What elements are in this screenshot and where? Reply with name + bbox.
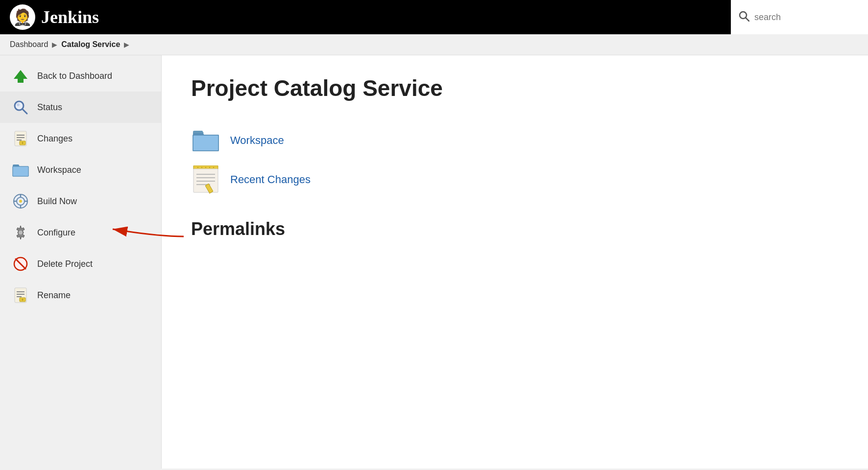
sidebar-item-rename[interactable]: Rename — [0, 280, 161, 311]
sidebar-label-build-now: Build Now — [37, 196, 77, 207]
sidebar: Back to Dashboard Status — [0, 55, 162, 469]
sidebar-item-delete-project[interactable]: Delete Project — [0, 248, 161, 280]
sidebar-label-status: Status — [37, 102, 62, 113]
svg-marker-46 — [206, 193, 211, 194]
sidebar-item-workspace[interactable]: Workspace — [0, 154, 161, 186]
sidebar-item-build-now[interactable]: Build Now — [0, 186, 161, 217]
rename-icon — [12, 286, 29, 304]
breadcrumb-dashboard[interactable]: Dashboard — [10, 40, 48, 49]
app-header: 🤵 Jenkins — [0, 0, 868, 34]
app-logo[interactable]: 🤵 Jenkins — [10, 4, 99, 30]
app-title: Jenkins — [41, 7, 99, 27]
sidebar-item-status[interactable]: Status — [0, 92, 161, 123]
breadcrumb-separator-1: ▶ — [52, 41, 57, 48]
jenkins-logo-icon: 🤵 — [10, 4, 35, 30]
permalinks-title: Permalinks — [191, 219, 839, 239]
search-icon — [739, 11, 749, 24]
sidebar-item-back-to-dashboard[interactable]: Back to Dashboard — [0, 60, 161, 92]
workspace-link[interactable]: Workspace — [191, 126, 839, 155]
page-title: Project Catalog Service — [191, 75, 839, 101]
svg-line-4 — [23, 109, 27, 114]
workspace-link-label: Workspace — [230, 134, 284, 147]
changes-icon — [12, 130, 29, 147]
magnifier-icon — [12, 98, 29, 116]
sidebar-label-changes: Changes — [37, 134, 72, 144]
breadcrumb: Dashboard ▶ Catalog Service ▶ — [0, 34, 868, 55]
svg-marker-2 — [14, 70, 27, 83]
gear-icon — [12, 224, 29, 241]
svg-line-1 — [746, 18, 749, 21]
up-arrow-icon — [12, 67, 29, 85]
main-content: Project Catalog Service Workspace — [162, 55, 868, 469]
search-input[interactable] — [754, 12, 860, 23]
svg-rect-40 — [193, 169, 218, 192]
svg-point-5 — [17, 103, 20, 106]
sidebar-label-rename: Rename — [37, 290, 71, 301]
search-box[interactable] — [731, 0, 868, 34]
breadcrumb-catalog-service[interactable]: Catalog Service — [61, 40, 120, 49]
sidebar-label-back-to-dashboard: Back to Dashboard — [37, 71, 112, 81]
sidebar-item-changes[interactable]: Changes — [0, 123, 161, 154]
no-symbol-icon — [12, 255, 29, 273]
workspace-folder-icon — [191, 126, 220, 155]
sidebar-item-configure[interactable]: Configure — [0, 217, 161, 248]
recent-changes-link-label: Recent Changes — [230, 173, 311, 186]
recent-changes-link[interactable]: Recent Changes — [191, 165, 839, 194]
svg-rect-13 — [13, 166, 28, 176]
folder-icon — [12, 161, 29, 179]
recent-changes-icon — [191, 165, 220, 194]
sidebar-label-workspace: Workspace — [37, 165, 81, 175]
sidebar-label-configure: Configure — [37, 228, 75, 238]
content-links: Workspace — [191, 126, 839, 194]
svg-point-16 — [19, 200, 22, 203]
page-layout: Back to Dashboard Status — [0, 55, 868, 469]
svg-point-22 — [19, 231, 23, 235]
svg-rect-33 — [193, 135, 218, 151]
breadcrumb-separator-2: ▶ — [124, 41, 129, 48]
sidebar-label-delete-project: Delete Project — [37, 259, 93, 269]
build-icon — [12, 192, 29, 210]
